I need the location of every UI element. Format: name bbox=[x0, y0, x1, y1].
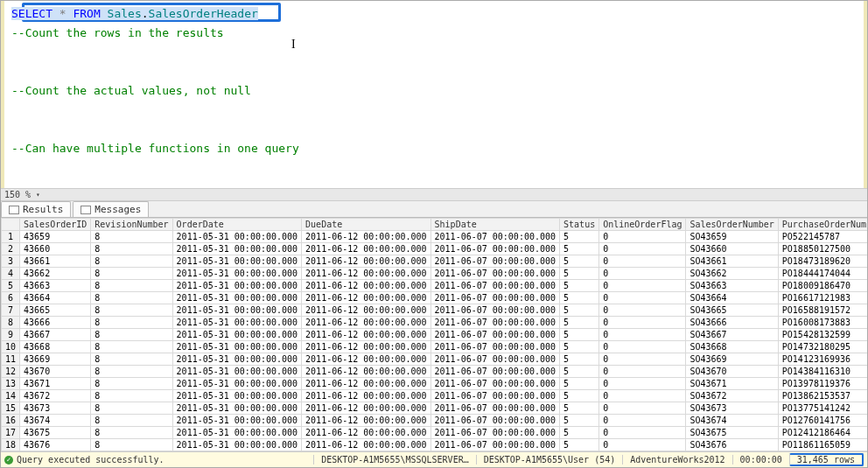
cell[interactable]: 8 bbox=[91, 292, 172, 304]
cell[interactable]: 2011-06-07 00:00:00.000 bbox=[430, 243, 559, 255]
cell[interactable]: 2011-06-12 00:00:00.000 bbox=[302, 243, 430, 255]
cell[interactable]: 2011-05-31 00:00:00.000 bbox=[172, 280, 301, 292]
cell[interactable]: 18 bbox=[2, 439, 20, 451]
table-row[interactable]: 124367082011-05-31 00:00:00.0002011-06-1… bbox=[2, 366, 868, 378]
table-row[interactable]: 184367682011-05-31 00:00:00.0002011-06-1… bbox=[2, 439, 868, 451]
cell[interactable]: 0 bbox=[599, 427, 686, 439]
cell[interactable]: PO522145787 bbox=[778, 231, 867, 243]
cell[interactable]: 8 bbox=[91, 268, 172, 280]
cell[interactable]: 5 bbox=[560, 231, 599, 243]
cell[interactable]: 15 bbox=[2, 402, 20, 415]
cell[interactable]: 2011-05-31 00:00:00.000 bbox=[172, 304, 301, 317]
table-row[interactable]: 104366882011-05-31 00:00:00.0002011-06-1… bbox=[2, 341, 868, 353]
cell[interactable]: 2011-05-31 00:00:00.000 bbox=[172, 353, 301, 366]
cell[interactable]: 10 bbox=[2, 341, 20, 353]
cell[interactable]: SO43661 bbox=[686, 255, 778, 268]
cell[interactable]: SO43676 bbox=[686, 439, 778, 451]
col-header[interactable]: OnlineOrderFlag bbox=[599, 219, 686, 231]
cell[interactable]: 5 bbox=[560, 304, 599, 317]
cell[interactable]: PO16008173883 bbox=[778, 317, 867, 329]
table-row[interactable]: 84366682011-05-31 00:00:00.0002011-06-12… bbox=[2, 317, 868, 329]
cell[interactable]: SO43659 bbox=[686, 231, 778, 243]
tab-results[interactable]: Results bbox=[1, 201, 71, 217]
cell[interactable]: 2011-06-12 00:00:00.000 bbox=[302, 378, 430, 390]
cell[interactable]: SO43669 bbox=[686, 353, 778, 366]
cell[interactable]: 2011-06-12 00:00:00.000 bbox=[302, 427, 430, 439]
table-row[interactable]: 74366582011-05-31 00:00:00.0002011-06-12… bbox=[2, 304, 868, 317]
cell[interactable]: 43672 bbox=[20, 390, 91, 402]
cell[interactable]: 8 bbox=[91, 304, 172, 317]
cell[interactable]: 43659 bbox=[20, 231, 91, 243]
table-row[interactable]: 54366382011-05-31 00:00:00.0002011-06-12… bbox=[2, 280, 868, 292]
cell[interactable]: 2011-06-12 00:00:00.000 bbox=[302, 329, 430, 341]
cell[interactable]: 43673 bbox=[20, 402, 91, 415]
cell[interactable]: 8 bbox=[91, 378, 172, 390]
cell[interactable]: 0 bbox=[599, 439, 686, 451]
cell[interactable]: 0 bbox=[599, 329, 686, 341]
cell[interactable]: 0 bbox=[599, 268, 686, 280]
cell[interactable]: 2011-05-31 00:00:00.000 bbox=[172, 390, 301, 402]
col-header[interactable]: SalesOrderID bbox=[20, 219, 91, 231]
table-row[interactable]: 134367182011-05-31 00:00:00.0002011-06-1… bbox=[2, 378, 868, 390]
cell[interactable]: 2011-05-31 00:00:00.000 bbox=[172, 317, 301, 329]
table-row[interactable]: 144367282011-05-31 00:00:00.0002011-06-1… bbox=[2, 390, 868, 402]
comment-2[interactable]: --Count the actual values, not null bbox=[11, 81, 857, 101]
cell[interactable]: 2011-06-12 00:00:00.000 bbox=[302, 317, 430, 329]
cell[interactable]: 2011-06-07 00:00:00.000 bbox=[430, 353, 559, 366]
cell[interactable]: 2011-06-12 00:00:00.000 bbox=[302, 292, 430, 304]
cell[interactable]: 1 bbox=[2, 231, 20, 243]
cell[interactable]: 2011-06-07 00:00:00.000 bbox=[430, 280, 559, 292]
cell[interactable]: 2011-06-12 00:00:00.000 bbox=[302, 366, 430, 378]
col-header[interactable]: DueDate bbox=[302, 219, 430, 231]
cell[interactable]: 8 bbox=[91, 415, 172, 427]
cell[interactable]: 2011-06-07 00:00:00.000 bbox=[430, 292, 559, 304]
tab-messages[interactable]: Messages bbox=[73, 201, 149, 217]
cell[interactable]: 2011-05-31 00:00:00.000 bbox=[172, 378, 301, 390]
cell[interactable]: 5 bbox=[560, 415, 599, 427]
cell[interactable]: 2011-05-31 00:00:00.000 bbox=[172, 402, 301, 415]
cell[interactable]: SO43667 bbox=[686, 329, 778, 341]
cell[interactable]: 2011-05-31 00:00:00.000 bbox=[172, 231, 301, 243]
cell[interactable]: SO43673 bbox=[686, 402, 778, 415]
cell[interactable]: PO13862153537 bbox=[778, 390, 867, 402]
cell[interactable]: 2011-06-07 00:00:00.000 bbox=[430, 304, 559, 317]
cell[interactable]: 2011-06-07 00:00:00.000 bbox=[430, 415, 559, 427]
cell[interactable]: 2011-06-07 00:00:00.000 bbox=[430, 268, 559, 280]
cell[interactable]: 0 bbox=[599, 280, 686, 292]
cell[interactable]: 43674 bbox=[20, 415, 91, 427]
cell[interactable]: 8 bbox=[91, 243, 172, 255]
cell[interactable]: 5 bbox=[560, 268, 599, 280]
cell[interactable]: 12 bbox=[2, 366, 20, 378]
cell[interactable]: 0 bbox=[599, 317, 686, 329]
cell[interactable]: SO43664 bbox=[686, 292, 778, 304]
cell[interactable]: 43661 bbox=[20, 255, 91, 268]
cell[interactable]: SO43671 bbox=[686, 378, 778, 390]
cell[interactable]: PO14732180295 bbox=[778, 341, 867, 353]
cell[interactable]: 0 bbox=[599, 243, 686, 255]
cell[interactable]: PO11861165059 bbox=[778, 439, 867, 451]
cell[interactable]: 43664 bbox=[20, 292, 91, 304]
table-row[interactable]: 34366182011-05-31 00:00:00.0002011-06-12… bbox=[2, 255, 868, 268]
cell[interactable]: 5 bbox=[560, 280, 599, 292]
cell[interactable]: PO14384116310 bbox=[778, 366, 867, 378]
cell[interactable]: 5 bbox=[560, 378, 599, 390]
cell[interactable]: 2011-06-07 00:00:00.000 bbox=[430, 341, 559, 353]
cell[interactable]: 2011-06-12 00:00:00.000 bbox=[302, 280, 430, 292]
table-row[interactable]: 164367482011-05-31 00:00:00.0002011-06-1… bbox=[2, 415, 868, 427]
cell[interactable]: 8 bbox=[91, 341, 172, 353]
cell[interactable]: 2011-05-31 00:00:00.000 bbox=[172, 243, 301, 255]
cell[interactable]: 2011-06-12 00:00:00.000 bbox=[302, 255, 430, 268]
cell[interactable]: PO16617121983 bbox=[778, 292, 867, 304]
col-header[interactable]: OrderDate bbox=[172, 219, 301, 231]
cell[interactable]: 16 bbox=[2, 415, 20, 427]
cell[interactable]: 11 bbox=[2, 353, 20, 366]
cell[interactable]: 2011-06-07 00:00:00.000 bbox=[430, 231, 559, 243]
cell[interactable]: 43668 bbox=[20, 341, 91, 353]
table-row[interactable]: 154367382011-05-31 00:00:00.0002011-06-1… bbox=[2, 402, 868, 415]
cell[interactable]: PO18473189620 bbox=[778, 255, 867, 268]
cell[interactable]: 8 bbox=[91, 366, 172, 378]
cell[interactable]: 8 bbox=[91, 280, 172, 292]
cell[interactable]: 8 bbox=[91, 402, 172, 415]
cell[interactable]: 0 bbox=[599, 415, 686, 427]
cell[interactable]: 9 bbox=[2, 329, 20, 341]
